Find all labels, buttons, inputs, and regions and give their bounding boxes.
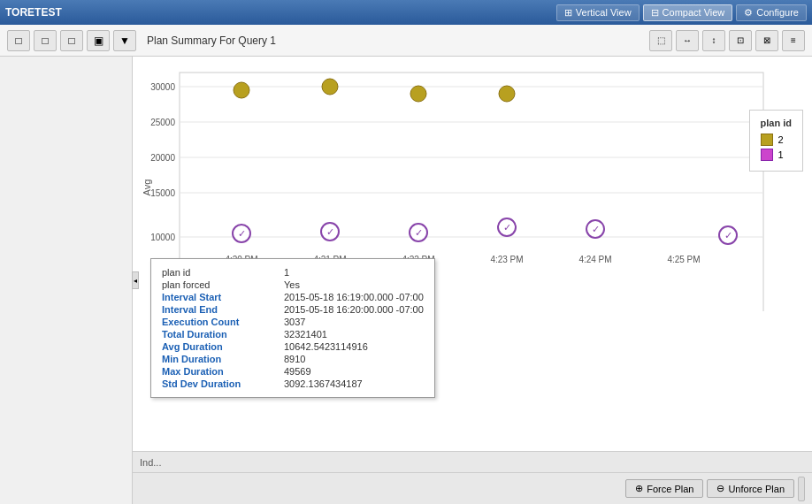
info-value-exec-count: 3037 [284, 317, 305, 327]
info-value-std-dev: 3092.1367434187 [284, 378, 363, 389]
svg-text:✓: ✓ [238, 228, 246, 239]
toolbar-btn-dropdown[interactable]: ▼ [113, 30, 136, 51]
info-label-plan-forced: plan forced [162, 279, 277, 290]
force-plan-btn[interactable]: ⊕ Force Plan [625, 479, 703, 498]
info-label-interval-end: Interval End [162, 304, 277, 315]
unforce-plan-btn[interactable]: ⊖ Unforce Plan [707, 479, 794, 498]
index-area: Ind... [133, 451, 812, 472]
action4-icon: ⊡ [737, 35, 744, 45]
configure-icon: ⚙ [744, 7, 753, 19]
info-label-total-duration: Total Duration [162, 329, 277, 340]
svg-text:30000: 30000 [150, 82, 175, 92]
title-bar: TORETEST ⊞ Vertical View ⊟ Compact View … [0, 0, 812, 25]
configure-label: Configure [756, 7, 799, 18]
info-label-exec-count: Execution Count [162, 317, 277, 327]
sidebar-content [0, 57, 132, 71]
info-value-plan-id: 1 [284, 267, 289, 278]
chart-container: 30000 25000 20000 15000 10000 Avg 4:20 P… [133, 57, 812, 451]
compact-view-icon: ⊟ [651, 7, 659, 19]
compact-view-label: Compact View [663, 7, 725, 18]
action6-icon: ≡ [791, 35, 796, 45]
svg-text:10000: 10000 [150, 233, 175, 242]
content-area: 30000 25000 20000 15000 10000 Avg 4:20 P… [133, 57, 812, 504]
svg-text:4:24 PM: 4:24 PM [578, 255, 611, 264]
action3-icon: ↕ [712, 35, 716, 45]
left-sidebar: ◂ [0, 57, 133, 504]
force-plan-label: Force Plan [647, 484, 693, 494]
info-row-max-duration: Max Duration 49569 [162, 365, 424, 378]
info-label-interval-start: Interval Start [162, 292, 277, 302]
info-value-interval-end: 2015-05-18 16:20:00.000 -07:00 [284, 304, 424, 315]
main-layout: ◂ 30000 25000 20000 15000 10000 [0, 57, 812, 504]
toolbar-action-1[interactable]: ⬚ [649, 30, 672, 51]
svg-point-21 [499, 86, 515, 102]
svg-text:✓: ✓ [326, 226, 334, 237]
info-value-interval-start: 2015-05-18 16:19:00.000 -07:00 [284, 292, 424, 302]
toolbar-right-actions: ⬚ ↔ ↕ ⊡ ⊠ ≡ [649, 30, 805, 51]
chart-legend: plan id 2 1 [749, 110, 803, 172]
svg-text:Avg: Avg [142, 179, 152, 196]
vertical-view-icon: ⊞ [564, 7, 572, 19]
title-bar-actions: ⊞ Vertical View ⊟ Compact View ⚙ Configu… [556, 4, 807, 21]
scrollbar-right[interactable] [798, 477, 805, 501]
svg-point-19 [322, 79, 338, 95]
toolbar-icon-3: □ [68, 34, 74, 47]
svg-text:✓: ✓ [592, 224, 600, 234]
svg-text:✓: ✓ [503, 222, 511, 233]
info-row-avg-duration: Avg Duration 10642.5423114916 [162, 340, 424, 353]
toolbar-action-2[interactable]: ↔ [676, 30, 699, 51]
vertical-view-btn[interactable]: ⊞ Vertical View [556, 4, 640, 21]
info-row-plan-id: plan id 1 [162, 266, 424, 279]
info-row-min-duration: Min Duration 8910 [162, 353, 424, 365]
info-value-avg-duration: 10642.5423114916 [284, 341, 368, 352]
toolbar-action-3[interactable]: ↕ [702, 30, 725, 51]
info-row-exec-count: Execution Count 3037 [162, 316, 424, 328]
toolbar-btn-1[interactable]: □ [7, 30, 30, 51]
info-value-total-duration: 32321401 [284, 329, 327, 340]
toolbar-btn-chart[interactable]: ▣ [87, 30, 110, 51]
info-label-plan-id: plan id [162, 267, 277, 278]
main-toolbar: □ □ □ ▣ ▼ Plan Summary For Query 1 ⬚ ↔ ↕… [0, 25, 812, 57]
toolbar-action-5[interactable]: ⊠ [755, 30, 778, 51]
legend-title: plan id [761, 118, 792, 128]
svg-text:✓: ✓ [415, 227, 423, 238]
info-panel: plan id 1 plan forced Yes Interval Start… [150, 258, 435, 398]
toolbar-icon-1: □ [15, 34, 21, 47]
svg-point-18 [234, 82, 249, 98]
info-label-std-dev: Std Dev Duration [162, 378, 277, 389]
info-value-plan-forced: Yes [284, 279, 300, 290]
vertical-view-label: Vertical View [576, 7, 632, 18]
collapse-sidebar-btn[interactable]: ◂ [132, 271, 139, 289]
svg-text:15000: 15000 [150, 188, 175, 198]
legend-item-1: 1 [761, 149, 792, 161]
toolbar-icon-2: □ [42, 34, 48, 47]
info-row-plan-forced: plan forced Yes [162, 279, 424, 291]
chart-icon: ▣ [94, 34, 103, 47]
app-title: TORETEST [5, 6, 62, 19]
action2-icon: ↔ [683, 35, 692, 45]
legend-label-2: 2 [778, 134, 784, 145]
toolbar-btn-3[interactable]: □ [60, 30, 83, 51]
info-row-interval-start: Interval Start 2015-05-18 16:19:00.000 -… [162, 291, 424, 303]
toolbar-title: Plan Summary For Query 1 [147, 34, 646, 47]
legend-color-2 [761, 134, 773, 146]
svg-text:4:23 PM: 4:23 PM [490, 255, 523, 264]
info-value-max-duration: 49569 [284, 366, 311, 377]
svg-text:✓: ✓ [724, 230, 732, 241]
info-row-interval-end: Interval End 2015-05-18 16:20:00.000 -07… [162, 303, 424, 316]
action1-icon: ⬚ [657, 35, 665, 45]
configure-btn[interactable]: ⚙ Configure [736, 4, 807, 21]
info-label-min-duration: Min Duration [162, 354, 277, 364]
toolbar-btn-2[interactable]: □ [34, 30, 57, 51]
bottom-toolbar: ⊕ Force Plan ⊖ Unforce Plan [133, 472, 812, 504]
toolbar-action-4[interactable]: ⊡ [729, 30, 752, 51]
toolbar-action-6[interactable]: ≡ [782, 30, 805, 51]
legend-label-1: 1 [778, 149, 784, 160]
unforce-plan-label: Unforce Plan [728, 484, 785, 494]
svg-text:20000: 20000 [150, 153, 175, 163]
force-plan-icon: ⊕ [635, 483, 643, 494]
action5-icon: ⊠ [763, 35, 770, 45]
compact-view-btn[interactable]: ⊟ Compact View [643, 4, 733, 21]
svg-point-20 [410, 86, 426, 102]
dropdown-icon: ▼ [119, 34, 130, 47]
